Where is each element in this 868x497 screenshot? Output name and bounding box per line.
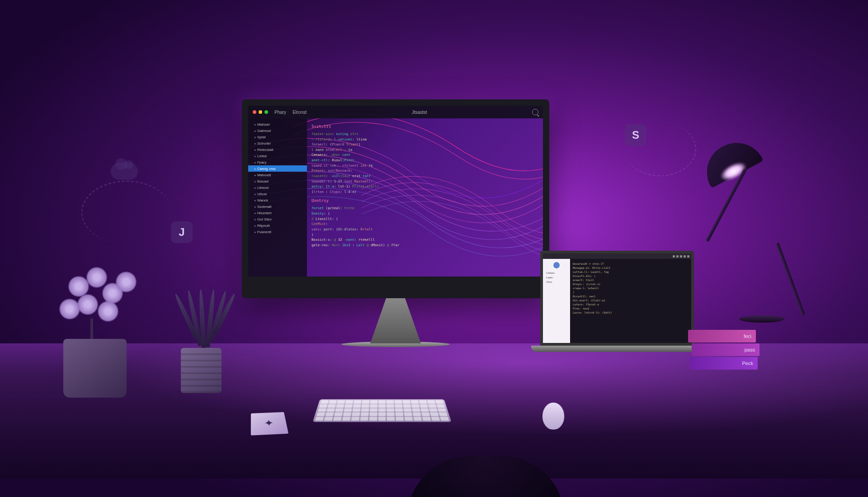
code-line: crepe-l: letenll	[573, 286, 689, 290]
desk-lamp	[701, 145, 760, 176]
code-editor[interactable]: Ssztcttt foatet-ain: exting ofrt— rtifor…	[307, 118, 543, 277]
file-tree-item[interactable]: Ssdenatt	[248, 203, 307, 210]
code-line: (lrton : Ctyps: l-4-o)	[311, 189, 538, 195]
laptop-sidebar-item[interactable]: Cetkato	[545, 271, 568, 275]
maximize-icon[interactable]	[264, 110, 268, 114]
file-tree-item[interactable]: Got Sttor	[248, 216, 307, 222]
dotted-path-left	[81, 181, 172, 244]
code-line: Managep-el: Rtrns-clalt	[573, 266, 689, 270]
code-line: Lotecn: fSoret-a	[573, 302, 689, 306]
code-section-heading-1: Ssztcttt	[311, 124, 538, 130]
file-tree-item[interactable]: Lintist	[248, 153, 307, 159]
code-line: Ocsanttl: venl	[573, 294, 689, 298]
file-tree-sidebar[interactable]: MatsserGatresstSptatSctroderRetecstaltLi…	[248, 118, 307, 277]
laptop: CetkatoLsganOfors Doseresdt = vtnn-lf Ma…	[540, 251, 694, 352]
code-line: Dloyo:: (Lrcat-s)	[573, 282, 689, 286]
imac-screen: Phary Elronst Jtsastst MatsserGatresstSp…	[242, 99, 549, 298]
code-line: Plne: resd	[573, 306, 689, 310]
file-tree-item[interactable]: Gatresst	[248, 127, 307, 134]
code-line: Doseresdt = vtnn-lf	[573, 262, 689, 266]
shield-icon: J	[171, 221, 193, 243]
code-line: Onesty: (	[311, 211, 538, 216]
code-line: )	[311, 232, 538, 238]
imac-monitor: Phary Elronst Jtsastst MatsserGatresstSp…	[242, 99, 549, 347]
code-line: foatet-ain: exting ofrt	[311, 131, 538, 137]
code-line: foraecl: (Ptaerd Trsant)	[311, 142, 538, 147]
file-tree-item[interactable]: Canng orss	[248, 165, 307, 172]
code-line: oceert: ttalt	[573, 278, 689, 282]
window-title: Jtsastst	[412, 110, 427, 115]
code-line: lsacett: -viIl:Souf nrst tatt	[311, 173, 538, 179]
laptop-code-editor[interactable]: Doseresdt = vtnn-lf Managep-el: Rtrns-cl…	[570, 259, 691, 343]
search-icon[interactable]	[532, 109, 538, 115]
menu-item-2[interactable]: Elronst	[292, 110, 307, 115]
code-line: gele-ros: Nit: 1ks3 : Lalt @ dMonit) @ f…	[311, 243, 538, 248]
file-tree-item[interactable]: Bstuart	[248, 178, 307, 184]
code-line: Bossict-s: @ 32 -oont: rtekelll	[311, 237, 538, 243]
code-line: )	[573, 290, 689, 294]
succulent-pot	[181, 348, 222, 393]
code-line: antcy: (t-a: lst-1) Plitat-erall:	[311, 184, 538, 189]
file-tree-item[interactable]: Fvanentt	[248, 229, 307, 235]
code-line: Losre: lotsrd-lt: (Ratt)	[573, 310, 689, 314]
file-tree-item[interactable]: Sptat	[248, 134, 307, 140]
file-tree-item[interactable]: Libecst	[248, 184, 307, 191]
code-line: Cenaecs: -dno: cont	[311, 152, 538, 158]
file-tree-item[interactable]: Retecstalt	[248, 146, 307, 153]
file-tree-item[interactable]: Matsser	[248, 121, 307, 127]
file-tree-item[interactable]: Fpary	[248, 159, 307, 165]
laptop-screen: CetkatoLsganOfors Doseresdt = vtnn-lf Ma…	[540, 251, 694, 346]
file-tree-item[interactable]: Uttost	[248, 191, 307, 197]
laptop-taskbar	[543, 253, 691, 259]
book-3: Peck	[690, 357, 758, 370]
file-tree-item[interactable]: Hlssntert	[248, 210, 307, 216]
code-line: Prevnt: ust/Rossach:	[311, 168, 538, 173]
file-tree-item[interactable]: Matvoelt	[248, 172, 307, 178]
editor-topbar: Phary Elronst Jtsastst	[248, 106, 543, 118]
book-1: feci	[688, 330, 756, 342]
imac-stand	[364, 298, 427, 343]
laptop-sidebar[interactable]: CetkatoLsganOfors	[543, 259, 570, 343]
app-logo-icon	[553, 262, 560, 268]
cloud-icon	[111, 163, 138, 180]
code-line: coaed.il :ct.. rfilontt int fe	[311, 163, 538, 169]
code-line: Disasfn.dlo: (	[573, 274, 689, 278]
code-badge-icon: S	[625, 124, 646, 146]
code-line: l eann ofod:etl-; ta	[311, 147, 538, 153]
sticky-note: ✦	[251, 412, 288, 436]
code-line: forset (pcteal: ttrnn	[311, 206, 538, 211]
laptop-sidebar-item[interactable]: Ofors	[545, 280, 568, 284]
code-section-heading-2: Unotrsy	[311, 198, 538, 204]
code-line: vats: port: (Ot-dlotos: Rrtalt	[311, 227, 538, 232]
file-tree-item[interactable]: Rtipnott	[248, 222, 307, 229]
minimize-icon[interactable]	[259, 110, 262, 114]
code-line: anet-ctl: Rsoul:Psntt	[311, 158, 538, 163]
code-line: — rtiford: l-setinet: ltinm	[311, 137, 538, 142]
keyboard	[312, 399, 451, 422]
code-line: 2 Ltonsllt: (	[311, 216, 538, 222]
book-2: pass	[692, 343, 760, 356]
menu-item-1[interactable]: Phary	[274, 110, 286, 115]
code-line: Sowndel-t: 1-27 font Masteell:	[311, 179, 538, 184]
file-tree-item[interactable]: Sctroder	[248, 140, 307, 146]
laptop-base	[531, 346, 703, 352]
close-icon[interactable]	[253, 110, 256, 114]
book-stack: feci pass Peck	[692, 330, 760, 370]
window-controls[interactable]	[253, 110, 268, 114]
code-line: Rin.osert: (Clotr-p)	[573, 298, 689, 302]
code-line: CotMist:	[311, 221, 538, 227]
code-line: Lottsm.ll: Leantl, fag	[573, 270, 689, 274]
laptop-sidebar-item[interactable]: Lsgan	[545, 275, 568, 280]
flower-pot	[63, 339, 127, 398]
file-tree-item[interactable]: Wanck	[248, 197, 307, 203]
lamp-head	[697, 133, 764, 188]
